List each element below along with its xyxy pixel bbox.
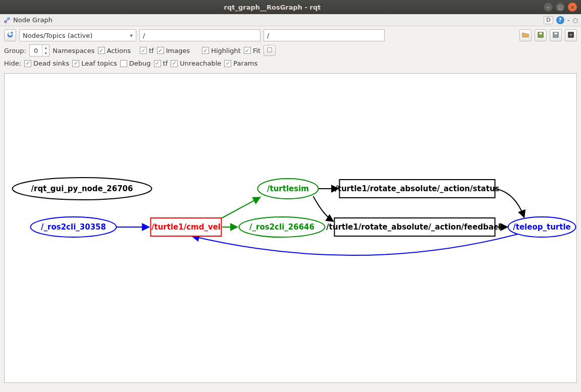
svg-text:/_ros2cli_26646: /_ros2cli_26646 <box>249 222 314 232</box>
edge <box>313 196 334 221</box>
graph-canvas[interactable]: /rqt_gui_py_node_26706 /_ros2cli_30358 /… <box>4 73 577 383</box>
topic-rotate-status[interactable]: /turtle1/rotate_absolute/_action/status <box>335 180 500 198</box>
save-image-button[interactable] <box>565 29 577 41</box>
svg-rect-4 <box>539 32 542 34</box>
params-checkbox[interactable]: Params <box>224 60 257 67</box>
edge <box>218 197 260 220</box>
plugin-title: Node Graph <box>13 16 52 24</box>
node-graph-svg: /rqt_gui_py_node_26706 /_ros2cli_30358 /… <box>5 74 576 382</box>
node-ros2cli-26646[interactable]: /_ros2cli_26646 <box>239 217 325 237</box>
refresh-icon <box>7 31 14 40</box>
dock-config-button[interactable]: D <box>544 16 553 24</box>
plugin-header: Node Graph D ? - ○ <box>0 14 581 26</box>
node-ros2cli-30358[interactable]: /_ros2cli_30358 <box>31 217 117 237</box>
save-svg-button[interactable] <box>550 29 562 41</box>
group-label: Group: <box>4 47 26 54</box>
toolbar-row-2: Group: 0 ▴▾ Namespaces Actions tf Images… <box>0 44 581 60</box>
svg-line-2 <box>6 19 8 21</box>
fit-view-button[interactable] <box>263 45 276 56</box>
view-mode-select[interactable]: Nodes/Topics (active) <box>19 29 136 41</box>
svg-text:/turtle1/rotate_absolute/_acti: /turtle1/rotate_absolute/_action/status <box>335 184 500 193</box>
debug-checkbox[interactable]: Debug <box>120 60 151 67</box>
dead-sinks-checkbox[interactable]: Dead sinks <box>24 60 69 67</box>
node-rqt-gui-py[interactable]: /rqt_gui_py_node_26706 <box>13 178 152 200</box>
spin-up-icon[interactable]: ▴ <box>42 45 49 50</box>
fit-checkbox[interactable]: Fit <box>244 47 260 54</box>
topic-filter-value: / <box>267 32 269 39</box>
node-filter-value: / <box>143 32 145 39</box>
toolbar-row-3: Hide: Dead sinks Leaf topics Debug tf Un… <box>0 60 581 70</box>
undock-button[interactable]: - <box>567 16 570 24</box>
save-dot-button[interactable] <box>535 29 547 41</box>
window-minimize-button[interactable]: – <box>544 3 553 12</box>
view-mode-value: Nodes/Topics (active) <box>23 32 92 39</box>
close-plugin-button[interactable]: ○ <box>573 17 578 24</box>
leaf-topics-checkbox[interactable]: Leaf topics <box>72 60 117 67</box>
highlight-checkbox[interactable]: Highlight <box>202 47 241 54</box>
topic-filter-input[interactable]: / <box>263 29 385 41</box>
tf-group-checkbox[interactable]: tf <box>140 47 154 54</box>
refresh-button[interactable] <box>4 29 16 41</box>
svg-text:/_ros2cli_30358: /_ros2cli_30358 <box>41 222 106 232</box>
hide-label: Hide: <box>4 60 21 67</box>
namespaces-label: Namespaces <box>52 47 94 54</box>
window-titlebar: rqt_graph__RosGraph - rqt – ◻ × <box>0 0 581 14</box>
topic-rotate-feedback[interactable]: /turtle1/rotate_absolute/_action/feedbac… <box>326 218 503 236</box>
save-dot-icon <box>537 31 544 40</box>
topic-cmd-vel[interactable]: /turtle1/cmd_vel <box>151 218 222 236</box>
svg-rect-9 <box>268 47 272 52</box>
group-depth-spinner[interactable]: 0 ▴▾ <box>29 44 49 57</box>
unreachable-checkbox[interactable]: Unreachable <box>171 60 221 67</box>
toolbar-row-1: Nodes/Topics (active) / / <box>0 26 581 44</box>
group-depth-value: 0 <box>30 47 42 54</box>
svg-text:/turtlesim: /turtlesim <box>267 184 309 193</box>
edge <box>192 234 518 255</box>
images-checkbox[interactable]: Images <box>157 47 190 54</box>
folder-icon <box>522 31 529 40</box>
svg-text:/rqt_gui_py_node_26706: /rqt_gui_py_node_26706 <box>31 184 133 193</box>
spin-down-icon[interactable]: ▾ <box>42 50 49 56</box>
plugin-icon <box>3 16 11 24</box>
node-turtlesim[interactable]: /turtlesim <box>258 179 319 199</box>
svg-text:/turtle1/cmd_vel: /turtle1/cmd_vel <box>151 222 221 232</box>
help-icon[interactable]: ? <box>556 16 564 24</box>
svg-text:/teleop_turtle: /teleop_turtle <box>513 222 570 232</box>
svg-point-8 <box>570 34 572 36</box>
load-dot-button[interactable] <box>519 29 532 41</box>
save-image-icon <box>567 31 574 40</box>
svg-text:/turtle1/rotate_absolute/_acti: /turtle1/rotate_absolute/_action/feedbac… <box>326 222 503 232</box>
window-maximize-button[interactable]: ◻ <box>556 3 565 12</box>
actions-checkbox[interactable]: Actions <box>98 47 131 54</box>
window-title: rqt_graph__RosGraph - rqt <box>4 4 541 11</box>
save-svg-icon <box>552 31 559 40</box>
window-close-button[interactable]: × <box>568 3 577 12</box>
node-filter-input[interactable]: / <box>139 29 260 41</box>
node-teleop-turtle[interactable]: /teleop_turtle <box>508 217 576 237</box>
fit-icon <box>266 46 273 55</box>
svg-rect-6 <box>554 32 557 34</box>
tf-hide-checkbox[interactable]: tf <box>154 60 168 67</box>
